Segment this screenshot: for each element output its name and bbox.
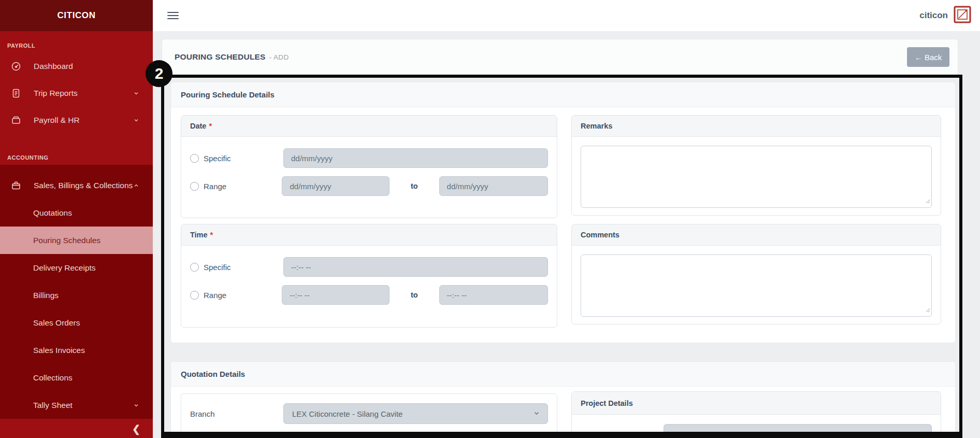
time-specific-radio[interactable] [190,263,199,272]
time-range-label: Range [204,291,226,300]
time-card: Time * Specific --:-- -- Range --:-- -- … [181,224,557,328]
to-separator: to [390,291,439,299]
back-button[interactable]: ← Back [907,47,949,67]
sidebar-item-label: Pouring Schedules [33,236,100,245]
sidebar-item-delivery-receipts[interactable]: Delivery Receipts [0,254,153,281]
page-mode-badge: - ADD [269,53,289,61]
sidebar-item-billings[interactable]: Billings [0,281,153,309]
branch-panel: Branch LEX Citiconcrete - Silang Cavite [181,393,557,438]
resize-grip-icon[interactable] [925,305,930,315]
time-range-start-input[interactable]: --:-- -- [282,285,389,305]
resize-grip-icon[interactable] [925,196,930,206]
dashboard-icon [11,61,23,72]
dropdown-clear-icon[interactable]: × [919,429,924,438]
sales-billings-group: Sales, Billings & Collections Quotations… [0,165,153,419]
sidebar-item-label: Delivery Receipts [33,263,96,273]
hamburger-menu-icon[interactable] [167,10,179,21]
project-details-header: Project Details [572,392,941,415]
sidebar-item-collections[interactable]: Collections [0,364,153,391]
quotation-details-section: Quotation Details Branch LEX Citiconcret… [170,361,956,438]
branch-selected-value: LEX Citiconcrete - Silang Cavite [292,409,533,418]
date-range-end-input[interactable]: dd/mm/yyyy [439,176,548,196]
sidebar-item-sales-invoices[interactable]: Sales Invoices [0,336,153,364]
to-separator: to [390,182,439,190]
required-asterisk: * [209,122,212,130]
section-title: Quotation Details [171,362,955,387]
chevron-down-icon [133,402,139,408]
date-specific-radio[interactable] [190,154,199,163]
time-card-header: Time * [181,224,557,246]
sidebar-collapse-icon[interactable]: ❮ [132,423,140,435]
sidebar-item-label: Sales, Billings & Collections [34,181,133,190]
sidebar-item-label: Billings [33,291,59,300]
date-card: Date * Specific dd/mm/yyyy Range dd/mm/y… [181,115,557,218]
comments-card: Comments [571,224,941,324]
sidebar-item-label: Payroll & HR [34,116,80,125]
required-asterisk: * [210,231,213,239]
project-name-selected-value: 0611 : CAVITE-LAGUNA EXPRESSWAY (CALAX) … [672,430,915,438]
project-details-panel: Project Details Name 0611 : CAVITE-LAGUN… [571,391,941,438]
sidebar-item-label: Sales Invoices [33,346,85,355]
sidebar-item-quotations[interactable]: Quotations [0,199,153,227]
pouring-schedule-details-section: Pouring Schedule Details Date * Specific… [170,82,956,343]
sidebar-item-label: Dashboard [34,62,73,71]
topbar: citicon [153,0,980,31]
comments-card-header: Comments [572,224,941,246]
date-title: Date [190,122,206,130]
branch-select[interactable]: LEX Citiconcrete - Silang Cavite [283,403,548,424]
wallet-icon [11,115,23,125]
remarks-card: Remarks [571,115,941,216]
brand-name: citicon [919,10,948,21]
document-icon [11,88,23,98]
secondary-select[interactable] [283,432,548,438]
brand-logo-icon [953,5,972,26]
time-title: Time [190,231,208,239]
briefcase-icon [11,180,23,191]
branch-label: Branch [190,409,283,418]
sidebar-item-label: Tally Sheet [33,401,73,410]
sidebar-item-label: Collections [33,373,73,383]
topbar-brand: citicon [919,5,972,26]
page-toolbar: POURING SCHEDULES - ADD ← Back [162,39,958,75]
section-title: Pouring Schedule Details [171,82,955,107]
date-card-header: Date * [181,116,557,137]
remarks-textarea[interactable] [581,146,932,208]
remarks-card-header: Remarks [572,116,941,137]
nav-section-payroll: PAYROLL [0,43,153,53]
sidebar-item-pouring-schedules[interactable]: Pouring Schedules [0,227,153,254]
sidebar-item-payroll-hr[interactable]: Payroll & HR [0,107,153,134]
time-range-end-input[interactable]: --:-- -- [439,285,548,305]
sidebar-item-label: Quotations [33,208,72,218]
sidebar-nav: PAYROLL Dashboard Trip Reports [0,31,153,419]
date-specific-input[interactable]: dd/mm/yyyy [283,148,548,168]
time-range-radio[interactable] [190,291,199,300]
time-specific-label: Specific [204,263,231,272]
time-specific-input[interactable]: --:-- -- [283,257,548,277]
date-range-radio[interactable] [190,182,199,191]
date-range-start-input[interactable]: dd/mm/yyyy [282,176,389,196]
sidebar-item-label: Trip Reports [34,89,78,98]
sidebar-item-sales-orders[interactable]: Sales Orders [0,309,153,336]
sidebar-item-label: Sales Orders [33,318,80,328]
chevron-down-icon [133,117,139,123]
nav-section-accounting: ACCOUNTING [0,154,153,165]
sidebar-item-dashboard[interactable]: Dashboard [0,53,153,80]
sidebar-item-tally-sheet[interactable]: Tally Sheet [0,391,153,419]
project-name-label: Name [581,430,664,438]
chevron-up-icon [133,182,139,189]
chevron-down-icon [533,409,540,418]
comments-textarea[interactable] [581,255,932,317]
sidebar-item-sales-billings-collections[interactable]: Sales, Billings & Collections [0,172,153,199]
date-specific-label: Specific [204,154,231,163]
page-title: POURING SCHEDULES [175,52,266,62]
chevron-down-icon [133,90,139,96]
sidebar: CITICON PAYROLL Dashboard Trip Reports [0,0,153,438]
date-range-label: Range [204,182,226,191]
project-name-select[interactable]: 0611 : CAVITE-LAGUNA EXPRESSWAY (CALAX) … [664,424,932,438]
sidebar-item-trip-reports[interactable]: Trip Reports [0,80,153,107]
sidebar-logo: CITICON [0,0,153,31]
